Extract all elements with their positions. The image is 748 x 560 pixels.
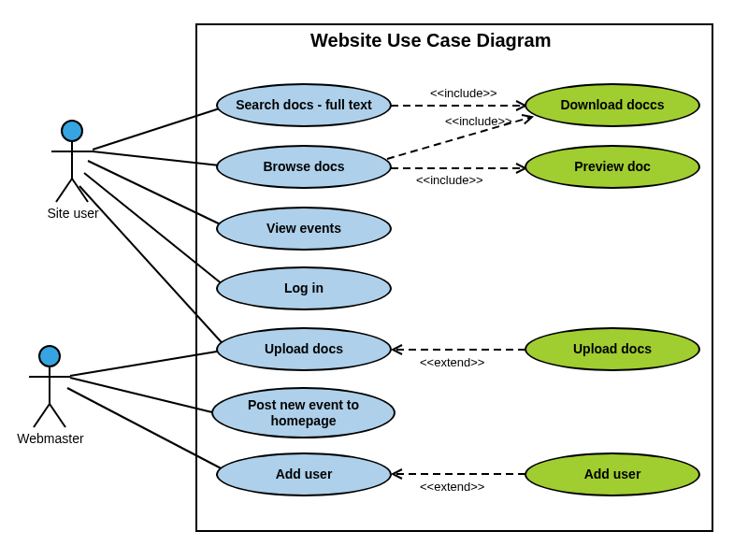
usecase-browse-docs: Browse docs — [216, 145, 392, 189]
rel-include-1: <<include>> — [430, 86, 497, 100]
usecase-label: Upload docs — [573, 341, 652, 356]
rel-include-3: <<include>> — [416, 173, 483, 187]
usecase-label: Browse docs — [263, 159, 344, 174]
svg-line-10 — [93, 106, 228, 150]
rel-include-2: <<include>> — [445, 114, 512, 128]
usecase-label: View events — [266, 221, 341, 236]
usecase-add-user: Add user — [216, 452, 392, 496]
svg-point-0 — [62, 121, 82, 141]
usecase-label: Log in — [284, 280, 324, 295]
rel-extend-1: <<extend>> — [420, 355, 484, 369]
usecase-post-event: Post new event to homepage — [211, 387, 396, 438]
svg-line-14 — [79, 186, 228, 350]
svg-line-15 — [70, 350, 228, 376]
usecase-add-user-ext: Add user — [525, 452, 700, 496]
actor-site-user — [51, 121, 93, 202]
svg-line-4 — [72, 179, 88, 202]
actor-label-webmaster: Webmaster — [17, 431, 84, 446]
dependency-arrows — [387, 106, 532, 474]
associations-webmaster — [67, 350, 228, 472]
actor-label-site-user: Site user — [45, 206, 101, 221]
usecase-download-doccs: Download doccs — [525, 83, 700, 127]
usecase-label: Search docs - full text — [236, 97, 371, 112]
usecase-label: Post new event to homepage — [248, 397, 359, 427]
actor-webmaster — [29, 346, 70, 427]
rel-extend-2: <<extend>> — [420, 480, 484, 494]
usecase-label: Add user — [276, 467, 333, 481]
associations-site-user — [79, 106, 228, 350]
usecase-log-in: Log in — [216, 266, 392, 310]
svg-line-16 — [70, 378, 212, 412]
usecase-label: Download doccs — [560, 97, 664, 112]
svg-line-3 — [56, 179, 72, 202]
svg-point-5 — [39, 346, 60, 366]
usecase-label: Upload docs — [265, 341, 343, 356]
svg-line-9 — [50, 404, 65, 427]
svg-line-17 — [67, 388, 228, 472]
svg-line-8 — [34, 404, 50, 427]
usecase-label: Add user — [584, 467, 641, 481]
usecase-view-events: View events — [216, 207, 392, 251]
usecase-upload-docs: Upload docs — [216, 327, 392, 371]
usecase-label: Preview doc — [574, 159, 651, 174]
usecase-upload-docs-ext: Upload docs — [525, 327, 700, 371]
usecase-search-docs: Search docs - full text — [216, 83, 392, 127]
usecase-preview-doc: Preview doc — [525, 145, 700, 189]
svg-line-11 — [93, 151, 228, 166]
